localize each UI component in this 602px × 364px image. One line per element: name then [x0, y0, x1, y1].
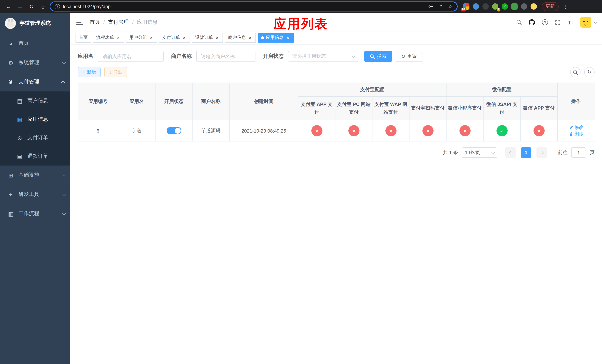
- ext-store-icon[interactable]: 10: [463, 3, 469, 10]
- forward-button[interactable]: [15, 2, 25, 11]
- edit-link[interactable]: 修改: [569, 124, 583, 130]
- browser-menu-icon[interactable]: [563, 4, 568, 9]
- col-group-wechat: 微信配置: [446, 83, 557, 96]
- fail-icon: [311, 125, 322, 136]
- ext-pin-icon[interactable]: [473, 3, 479, 10]
- url-text[interactable]: localhost:1024/pay/app: [63, 4, 425, 9]
- help-icon[interactable]: ?: [542, 19, 548, 25]
- close-icon[interactable]: [215, 35, 220, 40]
- url-bar[interactable]: i localhost:1024/pay/app: [50, 1, 458, 11]
- ext-check-icon[interactable]: [502, 3, 508, 10]
- navbar-actions: ? TT: [517, 17, 596, 28]
- close-icon[interactable]: [116, 35, 121, 40]
- refresh-button[interactable]: [584, 67, 595, 77]
- breadcrumb-separator: [103, 19, 105, 25]
- status-toggle[interactable]: [166, 127, 181, 134]
- merchant-name-input[interactable]: [196, 51, 256, 62]
- yen-icon: [7, 79, 14, 85]
- cell-alipay-pc: [335, 120, 372, 141]
- workflow-icon: [7, 211, 14, 216]
- forward-icon: [17, 4, 23, 9]
- ext-gray-icon[interactable]: [483, 3, 489, 10]
- page-size-select[interactable]: 10条/页: [462, 147, 497, 158]
- status-select[interactable]: 请选择开启状态: [288, 51, 358, 62]
- browser-chrome: i localhost:1024/pay/app 10 1: [0, 0, 602, 13]
- close-icon[interactable]: [285, 35, 290, 40]
- col-header-created: 创建时间: [229, 83, 298, 120]
- app-window: 芋道管理系统 首页 系统管理 支付管理: [0, 13, 602, 364]
- breadcrumb-home[interactable]: 首页: [90, 19, 100, 26]
- search-button[interactable]: 搜索: [364, 51, 392, 62]
- tab-home[interactable]: 首页: [75, 33, 91, 43]
- github-icon[interactable]: [529, 19, 535, 25]
- chevron-left-icon: [509, 151, 512, 154]
- ext-note-icon[interactable]: [511, 3, 517, 10]
- reset-button[interactable]: 重置: [396, 51, 422, 62]
- sidebar-item-system[interactable]: 系统管理: [0, 53, 70, 72]
- font-size-icon[interactable]: TT: [568, 20, 573, 25]
- tab-user-group[interactable]: 用户分组: [126, 33, 157, 43]
- ext-emoji-icon[interactable]: [531, 3, 537, 10]
- close-icon[interactable]: [248, 35, 252, 40]
- col-header-alipay-app: 支付宝 APP 支付: [298, 96, 335, 120]
- update-button[interactable]: 更新: [542, 2, 559, 11]
- ext-puzzle-icon[interactable]: [521, 3, 527, 10]
- bookmark-star-icon[interactable]: [448, 4, 452, 9]
- goto-page-input[interactable]: [571, 147, 586, 158]
- sidebar-item-home[interactable]: 首页: [0, 34, 70, 53]
- search-toggle-button[interactable]: [570, 67, 580, 77]
- search-icon: [573, 70, 578, 75]
- search-icon[interactable]: [517, 20, 522, 25]
- app-logo-row[interactable]: 芋道管理系统: [0, 13, 70, 34]
- delete-link[interactable]: 删除: [569, 131, 583, 137]
- tab-process-form[interactable]: 流程表单: [93, 33, 124, 43]
- site-info-icon[interactable]: i: [55, 4, 60, 9]
- reload-button[interactable]: [27, 2, 36, 11]
- table-row: 6 芋道 芋道源码 2021-10-23 08:49:25: [78, 120, 595, 141]
- breadcrumb-separator: [132, 19, 134, 25]
- sidebar-item-refund-order[interactable]: 退款订单: [0, 147, 70, 166]
- tab-merchant-info[interactable]: 商户信息: [225, 33, 256, 43]
- page-1-button[interactable]: 1: [521, 147, 531, 158]
- prev-page-button[interactable]: [505, 147, 516, 158]
- ext-badge: 10: [461, 8, 466, 11]
- col-header-alipay-wap: 支付宝 WAP 网站支付: [372, 96, 409, 120]
- chevron-down-icon: [62, 60, 66, 64]
- export-button[interactable]: 导出: [104, 67, 127, 77]
- app-table: 应用编号 应用名 开启状态 商户名称 创建时间 支付宝配置 微信配置 操作 支付…: [78, 83, 595, 141]
- close-icon[interactable]: [149, 35, 154, 40]
- sidebar-item-pay-order[interactable]: 支付订单: [0, 128, 70, 147]
- key-icon[interactable]: [428, 4, 434, 9]
- app-name-label: 应用名: [78, 53, 93, 60]
- share-icon[interactable]: [439, 4, 443, 9]
- tab-pay-order[interactable]: 支付订单: [159, 33, 190, 43]
- tab-app-info[interactable]: 应用信息: [258, 33, 294, 43]
- page-content: 应用名 商户名称 开启状态 请选择开启状态 搜索 重置: [70, 44, 602, 364]
- sidebar-item-payment[interactable]: 支付管理: [0, 72, 70, 91]
- sidebar-item-workflow[interactable]: 工作流程: [0, 204, 70, 223]
- filter-bar: 应用名 商户名称 开启状态 请选择开启状态 搜索 重置: [78, 51, 595, 62]
- sidebar-item-merchant-info[interactable]: 商户信息: [0, 91, 70, 110]
- fail-icon: [422, 125, 433, 136]
- sidebar-toggle-icon[interactable]: [76, 20, 83, 25]
- sidebar-item-infrastructure[interactable]: 基础设施: [0, 166, 70, 185]
- refresh-icon: [401, 54, 405, 59]
- tab-refund-order[interactable]: 退款订单: [192, 33, 223, 43]
- delete-icon: [569, 132, 573, 136]
- fail-icon: [385, 125, 396, 136]
- sidebar-item-app-info[interactable]: 应用信息: [0, 110, 70, 128]
- grid-icon: [16, 117, 23, 122]
- home-button[interactable]: [38, 2, 48, 11]
- fullscreen-icon[interactable]: [555, 20, 561, 25]
- breadcrumb-payment[interactable]: 支付管理: [108, 19, 129, 26]
- next-page-button[interactable]: [537, 147, 547, 158]
- chevron-up-icon: [61, 81, 65, 84]
- add-button[interactable]: 新增: [78, 67, 101, 77]
- ext-avatar-icon[interactable]: 1: [492, 3, 498, 10]
- back-button[interactable]: [4, 2, 13, 11]
- col-header-wx-app: 微信 APP 支付: [520, 96, 557, 120]
- user-menu[interactable]: [580, 17, 596, 28]
- app-name-input[interactable]: [98, 51, 164, 62]
- sidebar-item-dev-tools[interactable]: 研发工具: [0, 185, 70, 204]
- close-icon[interactable]: [182, 35, 187, 40]
